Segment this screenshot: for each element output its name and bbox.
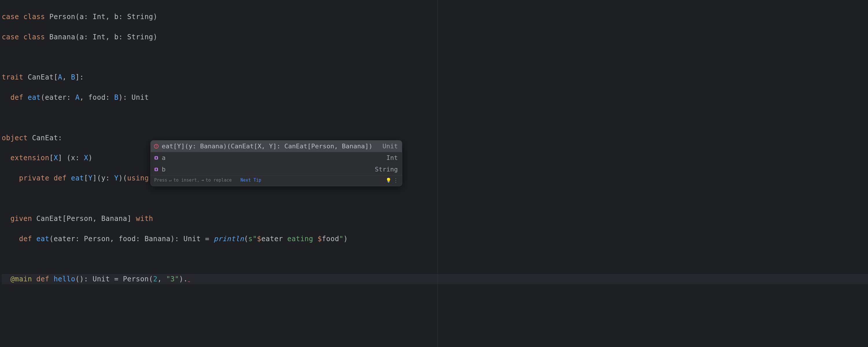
lightbulb-icon[interactable]: 💡 bbox=[386, 177, 392, 184]
code-line[interactable]: trait CanEat[A, B]: bbox=[2, 72, 866, 83]
field-icon bbox=[154, 155, 159, 160]
code-line-active[interactable]: @main def hello(): Unit = Person(2, "3")… bbox=[2, 274, 868, 284]
autocomplete-footer: Press ↵ to insert, ⇥ to replace Next Tip… bbox=[151, 175, 402, 186]
right-margin-guide bbox=[437, 0, 438, 347]
autocomplete-label: b bbox=[162, 165, 165, 174]
autocomplete-item[interactable]: b String bbox=[151, 164, 402, 175]
code-line[interactable]: object CanEat: bbox=[2, 133, 866, 143]
code-line[interactable]: case class Banana(a: Int, b: String) bbox=[2, 32, 866, 42]
code-line[interactable]: private def eat[Y](y: Y)(using CanEat[X,… bbox=[2, 173, 866, 183]
code-line[interactable] bbox=[2, 193, 866, 203]
code-line[interactable]: given CanEat[Person, Banana] with bbox=[2, 214, 866, 224]
autocomplete-type: String bbox=[375, 165, 398, 174]
code-line[interactable] bbox=[2, 254, 866, 264]
autocomplete-label: a bbox=[162, 153, 165, 162]
more-icon[interactable]: ⋮ bbox=[393, 177, 399, 184]
error-squiggle: ~ bbox=[188, 279, 190, 284]
autocomplete-type: Int bbox=[386, 153, 398, 162]
code-line[interactable]: def eat(eater: Person, food: Banana): Un… bbox=[2, 234, 866, 244]
field-icon bbox=[154, 167, 159, 172]
keyword-class: class bbox=[24, 13, 45, 21]
hint-text: Press bbox=[154, 177, 167, 184]
svg-point-1 bbox=[156, 147, 157, 148]
autocomplete-type: Unit bbox=[382, 142, 398, 151]
tab-key-icon: ⇥ bbox=[202, 177, 204, 184]
svg-rect-2 bbox=[156, 145, 157, 147]
code-line[interactable]: case class Person(a: Int, b: String) bbox=[2, 12, 866, 22]
code-line[interactable] bbox=[2, 52, 866, 62]
class-name: Person bbox=[49, 13, 75, 21]
svg-rect-4 bbox=[156, 157, 157, 159]
error-icon bbox=[154, 144, 159, 149]
autocomplete-item[interactable]: eat[Y](y: Banana)(CanEat[X, Y]: CanEat[P… bbox=[151, 140, 402, 152]
hint-text: to replace bbox=[206, 177, 232, 184]
code-line[interactable]: extension[X] (x: X) bbox=[2, 153, 866, 163]
code-line[interactable] bbox=[2, 113, 866, 123]
autocomplete-label: eat[Y](y: Banana)(CanEat[X, Y]: CanEat[P… bbox=[162, 142, 372, 151]
enter-key-icon: ↵ bbox=[169, 177, 172, 184]
code-editor[interactable]: case class Person(a: Int, b: String) cas… bbox=[0, 0, 868, 296]
keyword-case: case bbox=[2, 13, 19, 21]
autocomplete-popup[interactable]: eat[Y](y: Banana)(CanEat[X, Y]: CanEat[P… bbox=[151, 140, 402, 186]
code-line[interactable]: def eat(eater: A, food: B): Unit bbox=[2, 93, 866, 103]
hint-text: to insert, bbox=[173, 177, 199, 184]
annotation-main: @main bbox=[10, 275, 32, 283]
autocomplete-item[interactable]: a Int bbox=[151, 152, 402, 164]
svg-rect-6 bbox=[156, 168, 157, 170]
next-tip-link[interactable]: Next Tip bbox=[241, 177, 261, 184]
